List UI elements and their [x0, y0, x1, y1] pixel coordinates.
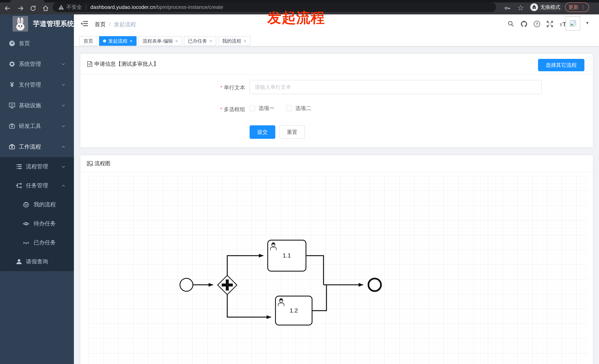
- dashboard-icon: [9, 40, 16, 47]
- tag-done-tasks[interactable]: 已办任务 ×: [184, 36, 216, 46]
- app-header: 首页 / 发起流程 ? TT ▼: [74, 14, 599, 34]
- breadcrumb-home[interactable]: 首页: [95, 21, 106, 28]
- sidebar-item-label: 首页: [19, 40, 30, 47]
- update-label: 更新: [569, 4, 579, 10]
- forward-icon[interactable]: [17, 5, 24, 12]
- bpmn-diagram: 1.1 1.2: [89, 176, 588, 364]
- reload-icon[interactable]: [30, 5, 36, 12]
- sidebar-item-system[interactable]: 系统管理: [0, 54, 74, 74]
- sidebar-item-home[interactable]: 首页: [0, 33, 74, 54]
- bpmn-end-event[interactable]: [368, 279, 381, 291]
- field-label-checkbox-group: *多选框组: [80, 106, 245, 113]
- tag-start-process[interactable]: 发起流程 ×: [99, 36, 137, 46]
- tags-bar: 首页 发起流程 × 流程表单-编辑 × 已办任务 × 我的流程 ×: [74, 34, 599, 47]
- security-label[interactable]: 不安全: [66, 4, 82, 11]
- tag-home[interactable]: 首页: [79, 36, 97, 46]
- chevron-down-icon: [61, 124, 66, 128]
- checkbox-icon[interactable]: [286, 106, 292, 111]
- avatar-caret-icon[interactable]: ▼: [585, 21, 589, 25]
- annotation-title: 发起流程: [267, 8, 325, 27]
- tag-my-process[interactable]: 我的流程 ×: [218, 36, 250, 46]
- tag-form-edit[interactable]: 流程表单-编辑 ×: [138, 36, 182, 46]
- checkbox-label: 选项一: [258, 105, 274, 112]
- sidebar-item-my-process[interactable]: 我的流程: [0, 195, 74, 214]
- flow-task1-to-join: [306, 256, 324, 285]
- field-label-single-line: *单行文本: [80, 84, 245, 91]
- back-icon[interactable]: [4, 5, 11, 12]
- home-icon[interactable]: [42, 5, 49, 12]
- chevron-down-icon: [61, 103, 66, 108]
- sidebar-item-workflow[interactable]: 工作流程: [0, 136, 74, 157]
- bpmn-user-task-2[interactable]: 1.2: [275, 296, 312, 325]
- checkbox-group: 选项一 选项二: [250, 103, 311, 114]
- fullscreen-icon[interactable]: [546, 20, 554, 28]
- help-icon[interactable]: ?: [533, 20, 541, 28]
- field-label-text: 单行文本: [224, 85, 245, 90]
- user-icon: [16, 258, 23, 265]
- submit-button[interactable]: 提交: [250, 125, 275, 139]
- tag-label: 发起流程: [108, 38, 127, 44]
- sidebar-item-done-tasks[interactable]: 已办任务: [0, 233, 74, 252]
- avatar[interactable]: [566, 16, 580, 31]
- url-divider: [86, 4, 86, 10]
- question-glyph: ?: [536, 22, 538, 26]
- sidebar-item-label: 工作流程: [19, 143, 41, 151]
- bookmark-star-icon[interactable]: ☆: [517, 4, 524, 11]
- toolbox-icon: [9, 123, 16, 130]
- browser-menu-icon[interactable]: ⋮: [581, 4, 586, 10]
- search-icon[interactable]: [507, 20, 515, 28]
- bpmn-parallel-gateway[interactable]: [218, 275, 237, 295]
- sidebar-item-payment[interactable]: ¥ 支付管理: [0, 74, 74, 95]
- checkbox-option-2[interactable]: 选项二: [286, 105, 311, 112]
- checkbox-icon[interactable]: [250, 106, 255, 111]
- font-small-glyph: T: [560, 23, 562, 27]
- sidebar-item-devtools[interactable]: 研发工具: [0, 116, 74, 136]
- key-icon[interactable]: [504, 5, 511, 12]
- apply-info-card: 申请信息【测试多审批人】 选择其它流程 *单行文本 *多选框组 选项一 选项二: [80, 54, 593, 147]
- close-icon[interactable]: ×: [130, 38, 132, 44]
- bpmn-canvas[interactable]: 1.1 1.2: [89, 176, 588, 364]
- image-icon: [87, 161, 93, 167]
- sidebar-item-todo-tasks[interactable]: 待办任务: [0, 214, 74, 233]
- sidebar-fold-icon[interactable]: [80, 20, 89, 28]
- sidebar-logo-row[interactable]: 芋道管理系统: [0, 14, 74, 33]
- url-path: /bpm/process-instance/create: [155, 4, 223, 10]
- org-tree-icon: [16, 182, 23, 189]
- sidebar-item-label: 基础设施: [19, 102, 41, 109]
- reset-button[interactable]: 重置: [279, 125, 305, 139]
- browser-active-tab[interactable]: [10, 0, 44, 2]
- card-header: 申请信息【测试多审批人】: [80, 54, 593, 75]
- app-title: 芋道管理系统: [33, 19, 74, 28]
- single-line-text-input[interactable]: [250, 80, 542, 94]
- bpmn-start-event[interactable]: [180, 278, 193, 291]
- update-button[interactable]: 更新 ⋮: [565, 2, 589, 12]
- close-icon[interactable]: ×: [175, 38, 178, 44]
- main-area: 首页 / 发起流程 ? TT ▼: [74, 14, 599, 364]
- single-line-text-wrap: [250, 80, 542, 94]
- checkbox-label: 选项二: [295, 105, 311, 112]
- sidebar-item-leave-query[interactable]: 请假查询: [0, 252, 74, 271]
- choose-other-process-button[interactable]: 选择其它流程: [538, 59, 584, 71]
- bpmn-user-task-1[interactable]: 1.1: [268, 240, 306, 271]
- github-icon[interactable]: [520, 20, 529, 28]
- sidebar-item-infrastructure[interactable]: 基础设施: [0, 95, 74, 116]
- briefcase-icon: [9, 143, 16, 150]
- checkbox-option-1[interactable]: 选项一: [250, 105, 274, 112]
- flow-gateway-to-task2: [227, 295, 271, 317]
- tag-label: 已办任务: [188, 38, 207, 44]
- sidebar-submenu-workflow: 流程管理 任务管理 我的流程: [0, 157, 74, 271]
- task-label: 1.2: [290, 307, 298, 314]
- close-icon[interactable]: ×: [209, 38, 212, 44]
- sidebar-item-process-management[interactable]: 流程管理: [0, 157, 74, 176]
- tags-list: 首页 发起流程 × 流程表单-编辑 × 已办任务 × 我的流程 ×: [79, 36, 250, 46]
- sidebar-item-task-management[interactable]: 任务管理: [0, 176, 74, 195]
- monitor-icon: [9, 102, 16, 109]
- breadcrumb-current: 发起流程: [114, 21, 136, 28]
- sidebar: 芋道管理系统 首页 系统管理 ¥ 支付管理: [0, 14, 74, 364]
- browser-tab-strip: [0, 0, 599, 2]
- sidebar-item-label: 任务管理: [26, 182, 48, 189]
- sidebar-item-label: 已办任务: [34, 239, 56, 246]
- app-logo: [13, 16, 28, 32]
- close-icon[interactable]: ×: [244, 38, 246, 44]
- card-title: 流程图: [94, 160, 110, 167]
